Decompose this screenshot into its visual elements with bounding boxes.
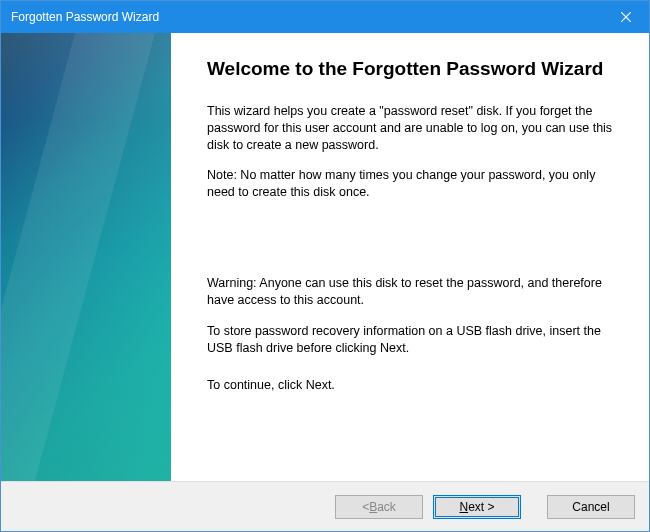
- continue-paragraph: To continue, click Next.: [207, 377, 613, 394]
- main-panel: Welcome to the Forgotten Password Wizard…: [171, 33, 649, 481]
- button-footer: < Back Next > Cancel: [1, 481, 649, 531]
- titlebar: Forgotten Password Wizard: [1, 1, 649, 33]
- close-icon: [621, 12, 631, 22]
- cancel-button[interactable]: Cancel: [547, 495, 635, 519]
- next-button[interactable]: Next >: [433, 495, 521, 519]
- side-banner: [1, 33, 171, 481]
- page-heading: Welcome to the Forgotten Password Wizard: [207, 57, 613, 81]
- window-title: Forgotten Password Wizard: [11, 10, 159, 24]
- intro-paragraph: This wizard helps you create a "password…: [207, 103, 613, 154]
- close-button[interactable]: [603, 1, 649, 33]
- back-button: < Back: [335, 495, 423, 519]
- warning-paragraph: Warning: Anyone can use this disk to res…: [207, 275, 613, 309]
- content-area: Welcome to the Forgotten Password Wizard…: [1, 33, 649, 481]
- usb-paragraph: To store password recovery information o…: [207, 323, 613, 357]
- note-paragraph: Note: No matter how many times you chang…: [207, 167, 613, 201]
